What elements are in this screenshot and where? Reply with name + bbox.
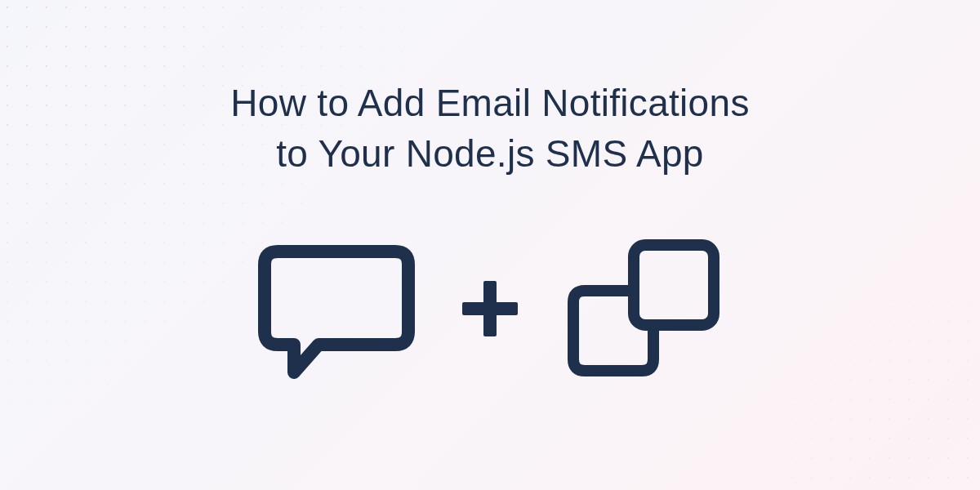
svg-rect-1 (462, 302, 518, 315)
title-line-2: to Your Node.js SMS App (276, 132, 703, 175)
title-container: How to Add Email Notifications to Your N… (0, 78, 980, 179)
svg-rect-2 (634, 245, 714, 325)
overlapping-squares-icon (562, 235, 725, 382)
chat-bubble-icon (255, 235, 418, 382)
page-title: How to Add Email Notifications to Your N… (0, 78, 980, 179)
plus-icon (457, 276, 523, 341)
title-line-1: How to Add Email Notifications (230, 82, 749, 124)
icons-row (0, 235, 980, 382)
